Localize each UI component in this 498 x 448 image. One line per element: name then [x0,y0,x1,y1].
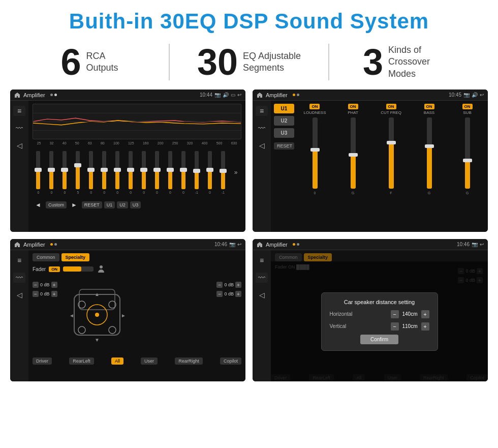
freq-25: 25 [37,141,41,145]
eq-slider-7[interactable]: 0 [115,147,119,198]
crossover-dots [293,94,299,96]
dist-specialty-tab[interactable]: Specialty [304,253,332,261]
dot1 [50,94,53,96]
eq-sidebar-eq-icon[interactable]: ≡ [13,106,25,116]
home-icon-2 [257,92,263,98]
preset-u2[interactable]: U2 [274,116,294,126]
eq-reset-button[interactable]: RESET [82,201,102,208]
freq-160: 160 [143,141,149,145]
eq-slider-14[interactable]: 0 [208,147,212,198]
ch-val-2: G [352,191,354,195]
eq-slider-4[interactable]: 5 [76,147,80,198]
db-minus-rl[interactable]: − [33,291,39,297]
eq-slider-5[interactable]: 0 [89,147,93,198]
eq-prev-button[interactable]: ◄ [33,200,44,210]
eq-play-button[interactable]: ► [69,200,80,210]
eq-u3-button[interactable]: U3 [130,201,141,208]
fader-all-btn[interactable]: All [111,357,123,365]
eq-slider-3[interactable]: 0 [63,147,67,198]
crossover-sidebar-eq[interactable]: ≡ [256,106,268,116]
db-ctrl-fr: − 0 dB + [216,282,241,288]
ch-slider-sub[interactable] [465,117,470,189]
dialog-vertical-minus[interactable]: − [391,322,399,331]
ch-slider-bass[interactable] [427,117,432,189]
volume3-icon: ◁ [259,141,265,150]
crossover-content: ≡ 〰 ◁ U1 U2 U3 RESET [253,101,488,232]
fader-slider[interactable] [63,266,94,272]
svg-point-0 [100,265,103,268]
db-minus-fr[interactable]: − [216,282,223,288]
db-minus-fl[interactable]: − [33,282,39,288]
ch-on-3: ON [386,104,396,109]
eq-u1-button[interactable]: U1 [104,201,115,208]
crossover-sidebar-vol[interactable]: ◁ [256,140,268,151]
eq-slider-10[interactable]: 0 [155,147,159,198]
eq-slider-9[interactable]: 0 [142,147,146,198]
fader-sidebar-eq[interactable]: ≡ [13,255,25,265]
dot2 [54,94,57,96]
ch-sub: ON SUB G [450,104,485,229]
ch-on-1: ON [309,104,320,109]
dist-sidebar-wave[interactable]: 〰 [256,273,268,283]
dialog-vertical-plus[interactable]: + [421,322,429,331]
camera-icon: 📷 [214,92,221,98]
eq-slider-13[interactable]: -1 [195,147,199,198]
dialog-vertical-label: Vertical [330,323,347,329]
fader-specialty-tab[interactable]: Specialty [61,253,90,261]
db-ctrl-rr: − 0 dB + [216,291,241,297]
eq-sidebar-wave-icon[interactable]: 〰 [13,123,25,133]
fader-user-btn[interactable]: User [141,357,158,365]
fader-on-badge: ON [49,266,60,272]
dialog-confirm-button[interactable]: Confirm [360,335,398,344]
car-diagram-wrap: ▲ ▼ ◄ ► [61,277,213,355]
dist-sidebar-vol[interactable]: ◁ [256,290,268,300]
eq-slider-15[interactable]: -1 [221,147,225,198]
eq-slider-8[interactable]: 0 [129,147,133,198]
stat-crossover: 3 Kinds ofCrossover Modes [339,44,478,80]
eq-sidebar-vol-icon[interactable]: ◁ [13,140,25,151]
eq-slider-1[interactable]: 0 [36,147,40,198]
ch-slider-phat[interactable] [351,117,356,189]
db-plus-fr[interactable]: + [235,282,241,288]
dialog-horizontal-minus[interactable]: − [391,310,399,318]
db-plus-rr[interactable]: + [235,291,241,297]
eq-slider-6[interactable]: 0 [102,147,106,198]
preset-u1[interactable]: U1 [274,104,294,113]
ch-label-4: BASS [424,110,434,115]
eq-slider-11[interactable]: 0 [168,147,172,198]
db-minus-rr[interactable]: − [216,291,223,297]
eq-u2-button[interactable]: U2 [117,201,128,208]
preset-u3[interactable]: U3 [274,128,294,138]
fader-sidebar-wave[interactable]: 〰 [13,273,25,283]
ch-slider-cutfreq[interactable] [389,117,394,189]
db-plus-fl[interactable]: + [51,282,57,288]
eq-expand[interactable]: » [234,147,238,198]
fader-copilot-btn[interactable]: Copilot [220,357,241,365]
fader-rearright-btn[interactable]: RearRight [175,357,203,365]
fader-common-tab[interactable]: Common [33,253,59,261]
crossover-reset[interactable]: RESET [274,142,294,150]
db-plus-rl[interactable]: + [51,291,57,297]
grid-h3 [33,130,241,131]
fader-driver-btn[interactable]: Driver [33,357,52,365]
fader-sidebar-vol[interactable]: ◁ [13,290,25,300]
crossover-sidebar: ≡ 〰 ◁ [253,101,271,232]
main-title: Buith-in 30EQ DSP Sound System [0,0,498,39]
dialog-horizontal-plus[interactable]: + [421,310,429,318]
dist-content: ≡ 〰 ◁ Common Specialty Fader ON ████ [253,250,488,381]
dist-sidebar-eq[interactable]: ≡ [256,255,268,265]
dialog-vertical-ctrl: − 110cm + [391,322,429,331]
crossover-sidebar-wave[interactable]: 〰 [256,123,268,133]
dot-d1 [293,243,295,246]
ch-val-5: G [466,191,469,195]
wave-icon-3: 〰 [16,274,23,282]
fader-dots [50,243,57,246]
eq-slider-2[interactable]: 0 [49,147,53,198]
dist-common-tab[interactable]: Common [275,253,302,261]
screens-grid: Amplifier 10:44 📷 🔊 ▭ ↩ ≡ 〰 [0,89,498,381]
fader-rearleft-btn[interactable]: RearLeft [69,357,94,365]
eq-slider-12[interactable]: 0 [181,147,185,198]
svg-text:▼: ▼ [95,337,100,343]
eq-custom-button[interactable]: Custom [46,201,67,208]
ch-slider-loudness[interactable] [313,117,318,189]
